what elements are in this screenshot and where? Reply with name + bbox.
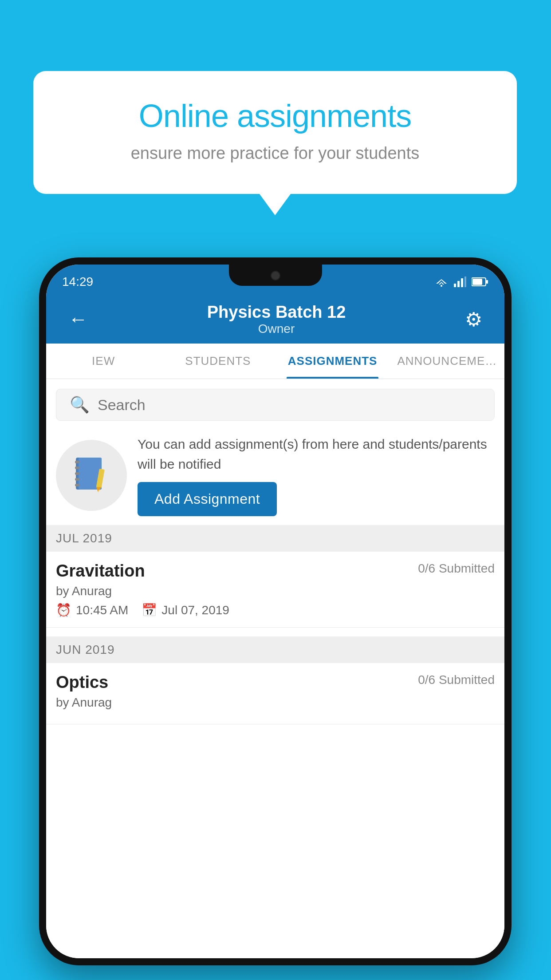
assignment-row1-optics: Optics 0/6 Submitted: [56, 673, 495, 692]
promo-description: You can add assignment(s) from here and …: [138, 434, 495, 474]
tab-announcements[interactable]: ANNOUNCEME…: [390, 344, 504, 379]
search-input[interactable]: [98, 396, 481, 414]
assignment-name-optics: Optics: [56, 673, 108, 692]
assignment-date-value: Jul 07, 2019: [161, 603, 229, 617]
assignment-name-gravitation: Gravitation: [56, 561, 145, 581]
assignment-author-optics: by Anurag: [56, 695, 495, 710]
assignment-submitted-gravitation: 0/6 Submitted: [418, 561, 495, 576]
back-button[interactable]: ←: [64, 304, 92, 335]
search-icon: 🔍: [70, 395, 90, 414]
assignment-row1: Gravitation 0/6 Submitted: [56, 561, 495, 581]
assignment-meta-gravitation: ⏰ 10:45 AM 📅 Jul 07, 2019: [56, 603, 495, 617]
section-jun-label: JUN 2019: [56, 643, 115, 656]
screen-content: 🔍: [46, 379, 504, 958]
svg-rect-16: [75, 484, 79, 486]
assignment-item-gravitation[interactable]: Gravitation 0/6 Submitted by Anurag ⏰ 10…: [46, 552, 504, 628]
notebook-icon: [71, 455, 111, 495]
battery-icon: [472, 277, 488, 287]
settings-icon[interactable]: ⚙: [460, 304, 487, 335]
assignment-time-gravitation: ⏰ 10:45 AM: [56, 603, 128, 617]
promo-icon: [56, 440, 127, 511]
assignment-item-optics[interactable]: Optics 0/6 Submitted by Anurag: [46, 663, 504, 724]
status-icons: [434, 277, 488, 287]
speech-bubble-container: Online assignments ensure more practice …: [33, 71, 517, 194]
section-jul-2019: JUL 2019: [46, 525, 504, 552]
phone-camera: [271, 271, 280, 281]
section-jun-2019: JUN 2019: [46, 636, 504, 663]
tab-students[interactable]: STUDENTS: [161, 344, 275, 379]
svg-rect-12: [75, 461, 79, 463]
svg-rect-14: [75, 472, 79, 475]
section-jul-label: JUL 2019: [56, 531, 112, 545]
clock-icon: ⏰: [56, 603, 71, 617]
calendar-icon: 📅: [142, 603, 157, 617]
phone-frame: 14:29: [39, 257, 512, 965]
promo-section: You can add assignment(s) from here and …: [56, 434, 495, 516]
svg-marker-0: [436, 279, 447, 284]
batch-title: Physics Batch 12: [207, 303, 346, 322]
svg-rect-9: [472, 279, 482, 285]
status-time: 14:29: [62, 275, 93, 289]
speech-bubble: Online assignments ensure more practice …: [33, 71, 517, 194]
batch-subtitle: Owner: [207, 322, 346, 336]
app-bar: ← Physics Batch 12 Owner ⚙: [46, 295, 504, 344]
svg-rect-8: [486, 280, 488, 284]
assignment-submitted-optics: 0/6 Submitted: [418, 673, 495, 687]
add-assignment-button[interactable]: Add Assignment: [138, 482, 277, 516]
phone-screen: 14:29: [46, 265, 504, 958]
assignment-time-value: 10:45 AM: [76, 603, 128, 617]
signal-icon: [454, 277, 466, 287]
svg-rect-3: [454, 284, 456, 287]
svg-rect-6: [464, 277, 466, 287]
svg-rect-15: [75, 478, 79, 481]
assignment-date-gravitation: 📅 Jul 07, 2019: [142, 603, 229, 617]
svg-marker-1: [439, 282, 444, 285]
speech-bubble-title: Online assignments: [64, 98, 486, 134]
svg-rect-5: [461, 278, 463, 287]
tab-iew[interactable]: IEW: [46, 344, 161, 379]
promo-text-block: You can add assignment(s) from here and …: [138, 434, 495, 516]
speech-bubble-subtitle: ensure more practice for your students: [64, 144, 486, 163]
app-bar-title-block: Physics Batch 12 Owner: [207, 303, 346, 336]
tab-assignments[interactable]: ASSIGNMENTS: [276, 344, 390, 379]
tab-bar: IEW STUDENTS ASSIGNMENTS ANNOUNCEME…: [46, 344, 504, 379]
svg-rect-4: [457, 281, 460, 287]
assignment-author-gravitation: by Anurag: [56, 584, 495, 598]
phone-notch: [229, 265, 322, 286]
wifi-icon: [434, 277, 449, 287]
svg-rect-13: [75, 466, 79, 469]
svg-point-2: [441, 285, 442, 287]
search-bar[interactable]: 🔍: [56, 389, 495, 421]
